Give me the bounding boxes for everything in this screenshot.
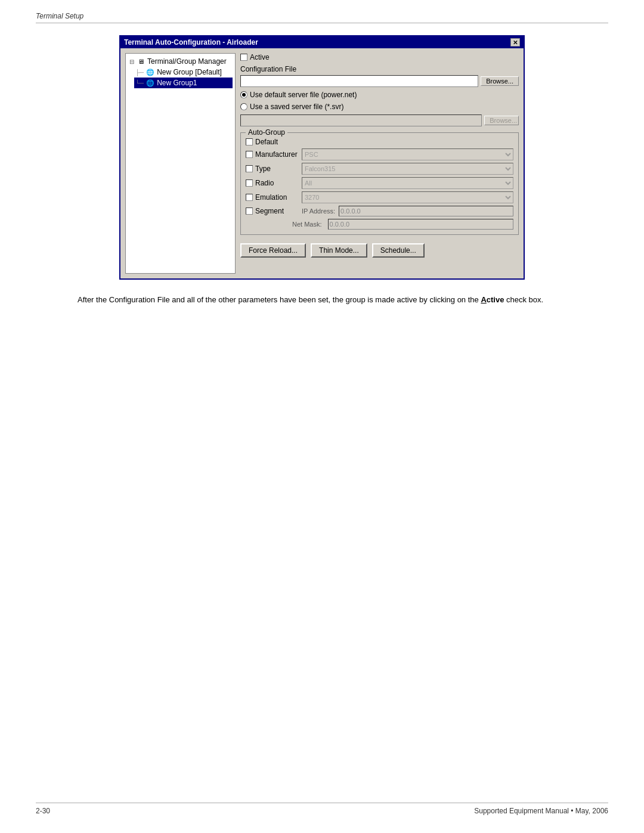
type-checkbox-wrapper[interactable]: Type bbox=[246, 165, 298, 173]
server-file-input[interactable] bbox=[240, 114, 482, 126]
type-label: Type bbox=[255, 165, 298, 173]
radio-default[interactable] bbox=[240, 91, 247, 98]
segment-label: Segment bbox=[255, 207, 298, 215]
radio-saved-row: Use a saved server file (*.svr) bbox=[240, 103, 519, 111]
page-header: Terminal Setup bbox=[36, 12, 608, 23]
body-paragraph: After the Configuration File and all of … bbox=[78, 294, 566, 306]
radio-saved[interactable] bbox=[240, 103, 247, 110]
active-checkbox[interactable] bbox=[240, 54, 247, 61]
tree-root[interactable]: ⊟ 🖥 Terminal/Group Manager bbox=[128, 56, 233, 67]
active-checkbox-wrapper[interactable]: Active bbox=[240, 53, 270, 61]
config-file-section: Configuration File Browse... bbox=[240, 65, 519, 87]
browse2-button[interactable]: Browse... bbox=[484, 116, 519, 125]
active-row: Active bbox=[240, 53, 519, 61]
footer-page-number: 2-30 bbox=[36, 807, 50, 815]
default-row: Default bbox=[246, 138, 513, 146]
radio-row-ag: Radio All bbox=[246, 177, 513, 189]
connector-icon: ├─ bbox=[135, 69, 144, 76]
netmask-row: Net Mask: bbox=[292, 219, 513, 230]
segment-row: Segment IP Address: bbox=[246, 206, 513, 216]
tree-group1-label: New Group1 bbox=[157, 79, 197, 87]
manufacturer-select[interactable]: PSC bbox=[302, 148, 513, 160]
emulation-row: Emulation 3270 bbox=[246, 191, 513, 203]
emulation-checkbox[interactable] bbox=[246, 194, 253, 201]
tree-group1[interactable]: └─ 🌐 New Group1 bbox=[134, 78, 233, 88]
thin-mode-button[interactable]: Thin Mode... bbox=[311, 243, 367, 258]
manufacturer-row: Manufacturer PSC bbox=[246, 148, 513, 160]
dialog-wrapper: Terminal Auto-Configuration - Airloader … bbox=[36, 35, 608, 280]
dialog: Terminal Auto-Configuration - Airloader … bbox=[119, 35, 525, 280]
net-mask-input[interactable] bbox=[328, 219, 513, 230]
server-file-row: Browse... bbox=[240, 114, 519, 126]
config-file-row: Browse... bbox=[240, 75, 519, 87]
body-text: After the Configuration File and all of … bbox=[78, 294, 566, 306]
emulation-checkbox-wrapper[interactable]: Emulation bbox=[246, 193, 298, 202]
ip-address-label: IP Address: bbox=[302, 208, 335, 215]
force-reload-button[interactable]: Force Reload... bbox=[240, 243, 306, 258]
manufacturer-checkbox-wrapper[interactable]: Manufacturer bbox=[246, 150, 298, 159]
ip-address-input[interactable] bbox=[339, 206, 513, 216]
emulation-label: Emulation bbox=[255, 193, 298, 202]
default-checkbox[interactable] bbox=[246, 138, 253, 145]
radio-select[interactable]: All bbox=[302, 177, 513, 189]
bottom-buttons: Force Reload... Thin Mode... Schedule... bbox=[240, 243, 519, 258]
connector2-icon: └─ bbox=[135, 80, 144, 86]
dialog-title: Terminal Auto-Configuration - Airloader bbox=[124, 38, 258, 47]
segment-checkbox-wrapper[interactable]: Segment bbox=[246, 207, 298, 215]
default-label: Default bbox=[255, 138, 278, 146]
expand-icon: ⊟ bbox=[129, 58, 134, 65]
radio-saved-label: Use a saved server file (*.svr) bbox=[250, 103, 343, 111]
page-footer: 2-30 Supported Equipment Manual • May, 2… bbox=[36, 803, 608, 815]
radio-default-label: Use default server file (power.net) bbox=[250, 91, 357, 99]
radio-checkbox-wrapper[interactable]: Radio bbox=[246, 179, 298, 187]
tree-root-label: Terminal/Group Manager bbox=[147, 57, 227, 66]
close-button[interactable]: ✕ bbox=[510, 38, 520, 47]
schedule-button[interactable]: Schedule... bbox=[372, 243, 425, 258]
config-file-input[interactable] bbox=[240, 75, 478, 87]
manufacturer-label: Manufacturer bbox=[255, 150, 298, 159]
auto-group-legend: Auto-Group bbox=[246, 128, 287, 137]
default-checkbox-wrapper[interactable]: Default bbox=[246, 138, 278, 146]
browse1-button[interactable]: Browse... bbox=[481, 76, 519, 86]
tree-panel: ⊟ 🖥 Terminal/Group Manager ├─ 🌐 New Grou… bbox=[125, 53, 236, 274]
radio-default-row: Use default server file (power.net) bbox=[240, 91, 519, 99]
group1-icon: 🌐 bbox=[145, 78, 155, 88]
footer-doc-info: Supported Equipment Manual • May, 2006 bbox=[474, 807, 608, 815]
manufacturer-checkbox[interactable] bbox=[246, 151, 253, 158]
type-select[interactable]: Falcon315 bbox=[302, 163, 513, 175]
tree-group-default[interactable]: ├─ 🌐 New Group [Default] bbox=[134, 67, 233, 78]
net-mask-label: Net Mask: bbox=[292, 221, 322, 228]
type-checkbox[interactable] bbox=[246, 165, 253, 172]
config-file-label: Configuration File bbox=[240, 65, 519, 73]
active-label: Active bbox=[250, 53, 270, 61]
config-panel: Active Configuration File Browse... bbox=[240, 53, 519, 274]
dialog-body: ⊟ 🖥 Terminal/Group Manager ├─ 🌐 New Grou… bbox=[120, 48, 524, 278]
radio-checkbox[interactable] bbox=[246, 179, 253, 187]
radio-label: Radio bbox=[255, 179, 298, 187]
auto-group-box: Auto-Group Default Manufacturer bbox=[240, 132, 519, 235]
tree-root-icon: 🖥 bbox=[136, 57, 145, 66]
segment-checkbox[interactable] bbox=[246, 208, 253, 215]
type-row: Type Falcon315 bbox=[246, 163, 513, 175]
dialog-titlebar: Terminal Auto-Configuration - Airloader … bbox=[120, 36, 524, 48]
emulation-select[interactable]: 3270 bbox=[302, 191, 513, 203]
group-default-icon: 🌐 bbox=[145, 67, 155, 77]
tree-group-default-label: New Group [Default] bbox=[157, 68, 222, 76]
